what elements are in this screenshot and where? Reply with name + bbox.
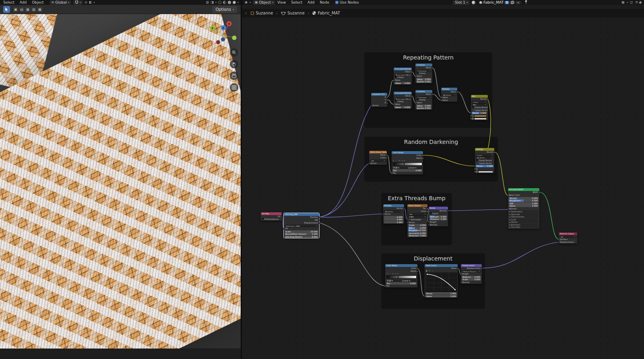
menu-select[interactable]: Select [3, 0, 14, 4]
dropdown-3d[interactable]: 3D▾ [370, 160, 386, 162]
node-principled-bsdf[interactable]: Principled BSDFBSDFBase ColorMetallic0.0… [508, 188, 539, 229]
unlink-material-button[interactable]: ✕ [516, 1, 520, 4]
ramp-stop[interactable] [398, 276, 398, 278]
node-header[interactable]: Principled BSDF [508, 188, 539, 191]
socket-dot-out[interactable] [403, 208, 405, 209]
tool-option-icon-3[interactable]: ▦ [25, 6, 31, 12]
checkbox-clamp[interactable]: Clamp [415, 98, 432, 101]
field-epsilon[interactable]: Epsilon0.001 [416, 80, 431, 83]
socket-dot-out[interactable] [457, 268, 458, 269]
node-color-ramp-1[interactable]: Color RampColorAlpha+ − ▾ ◂ ▸RGB ▾Linear… [392, 151, 423, 174]
menu-node[interactable]: Node [320, 0, 329, 4]
gizmo-z-neg-axis[interactable] [221, 37, 225, 41]
socket-dot-out[interactable] [422, 155, 424, 156]
panel-specular[interactable]: ▸ Specular [509, 213, 539, 215]
dropdown-color[interactable]: Color▾ [476, 154, 493, 156]
ramp-color-mode[interactable]: RGB ▾ [392, 166, 407, 169]
field-lacunarity[interactable]: Lacunarity2.000 [408, 232, 427, 234]
node-header[interactable]: Compare [415, 90, 432, 93]
socket-dot-in[interactable] [470, 115, 472, 117]
socket-dot-in[interactable] [415, 76, 416, 77]
dropdown-compare[interactable]: Compare▾ [416, 96, 431, 98]
shader-type-dropdown[interactable]: ▣ Object ▾ [253, 0, 275, 5]
node-multiply-vector[interactable]: MultiplyVectorMultiply▾Vector4.0004.0001… [383, 204, 404, 224]
field-scale[interactable]: Scale2.000 [408, 224, 427, 226]
tool-option-icon-1[interactable]: ▣ [13, 6, 19, 12]
dropdown-mix[interactable]: Mix▾ [472, 103, 487, 106]
socket-dot-in[interactable] [474, 171, 476, 172]
socket-dot-in[interactable] [428, 224, 429, 226]
checkbox-clamp-factor[interactable]: ✓Clamp Factor [475, 162, 494, 165]
panel-transmission[interactable]: ▸ Transmission [509, 215, 539, 218]
proportional-edit-icon[interactable]: ◎ [85, 1, 87, 4]
socket-dot-in[interactable] [440, 100, 442, 101]
gizmo-y-neg-axis[interactable] [232, 36, 237, 40]
socket-dot-out[interactable] [411, 95, 413, 97]
tool-option-icon-2[interactable]: ▤ [19, 6, 25, 12]
socket-dot-out[interactable] [431, 67, 433, 69]
checkbox-invert[interactable]: Invert [429, 212, 448, 215]
field-value[interactable]: Value0.000 [416, 105, 431, 107]
use-nodes-checkbox[interactable]: ✓ Use Nodes [335, 0, 359, 4]
ramp-color-mode[interactable]: RGB ▾ [386, 279, 401, 282]
socket-dot-out[interactable] [456, 91, 458, 93]
socket-dot-in[interactable] [368, 163, 370, 164]
checkbox-clamp[interactable]: Clamp [415, 72, 432, 75]
checkbox-clamp-factor[interactable]: ✓Clamp Factor [471, 109, 488, 112]
panel-subsurface[interactable]: ▸ Subsurface [509, 210, 539, 213]
socket-dot-out[interactable] [487, 98, 489, 100]
panel-emission[interactable]: ▸ Emission [509, 224, 539, 226]
node-displacement-node[interactable]: DisplacementDisplacementObject Space▾Hei… [461, 264, 482, 284]
color-ramp-toolbar[interactable]: + − ▾ ◂ ▸ [385, 273, 417, 275]
socket-dot-in[interactable] [507, 208, 509, 209]
field-midlevel[interactable]: Midlevel0.000 [462, 276, 481, 278]
checkbox-clamp[interactable]: Clamp [394, 76, 412, 79]
socket-dot-out[interactable] [411, 71, 413, 73]
socket-dot-in[interactable] [382, 213, 384, 215]
snapping-dropdown[interactable]: ▾ [73, 0, 83, 5]
field-value[interactable]: Value5.000 [394, 82, 411, 84]
shading-solid-icon[interactable] [223, 1, 226, 4]
menu-select[interactable]: Select [291, 0, 302, 4]
field-roughness[interactable]: Roughness0.500 [408, 229, 427, 232]
shading-rendered-icon[interactable] [233, 1, 236, 4]
overlap-icon[interactable]: ◧ [89, 1, 92, 4]
node-stitching-grp[interactable]: Stitching_GRPPositionUWDisplacementStitc… [284, 213, 319, 238]
field-bevel-offset-amount[interactable]: Bevel/Offset Amount1.000 [285, 233, 318, 235]
socket-dot-out[interactable] [318, 220, 320, 221]
shading-material-icon[interactable] [228, 1, 231, 4]
ramp-stop[interactable] [386, 276, 387, 278]
tool-option-icon-4[interactable]: ▧ [31, 6, 37, 12]
show-gizmo-icon[interactable]: ▥ [206, 1, 209, 4]
socket-dot-in[interactable] [460, 281, 462, 283]
editor-type-button[interactable]: ◉ [245, 1, 248, 4]
vector-field[interactable]: 1.000 [384, 221, 403, 224]
socket-dot-out[interactable] [386, 157, 388, 159]
socket-dot-in[interactable] [370, 105, 372, 107]
node-truncated-modulo-2[interactable]: Truncated ModuloValueTruncated Modulo▾Cl… [394, 92, 412, 109]
select-box-tool[interactable] [3, 6, 10, 13]
socket-dot-in[interactable] [558, 242, 559, 243]
socket-dot-out[interactable] [386, 102, 388, 104]
node-header[interactable]: Truncated Modulo [394, 68, 412, 70]
editor-divider[interactable] [241, 0, 242, 359]
node-header[interactable]: Color Ramp [385, 264, 417, 267]
node-header[interactable]: Displacement [461, 264, 482, 267]
node-header[interactable]: Separate XYZ [371, 93, 387, 96]
socket-dot-in[interactable] [393, 80, 394, 81]
color-swatch-b[interactable]: B [471, 117, 488, 120]
dropdown-all[interactable]: All▾ [559, 236, 576, 238]
dropdown-truncated-modulo[interactable]: Truncated Modulo▾ [394, 98, 411, 100]
socket-dot-out[interactable] [417, 268, 418, 269]
vector-field[interactable]: 4.000 [384, 218, 403, 221]
dropdown-3d[interactable]: 3D▾ [408, 213, 427, 215]
socket-dot-in[interactable] [283, 228, 285, 230]
socket-dot-in[interactable] [407, 222, 408, 223]
node-compare-1[interactable]: CompareValueCompare▾ClampValueValue0.000… [415, 64, 432, 83]
breadcrumb-mesh[interactable]: Suzanne [287, 11, 305, 15]
socket-dot-out[interactable] [386, 154, 388, 156]
node-color-ramp-2[interactable]: Color RampColorAlpha+ − ▾ ◂ ▸RGB ▾Linear… [385, 264, 417, 287]
field-factor[interactable]: Factor0.500 [472, 112, 487, 114]
socket-dot-in[interactable] [415, 102, 416, 104]
node-bump[interactable]: BumpNormalInvertStrength0.300Distance1.0… [429, 207, 448, 226]
